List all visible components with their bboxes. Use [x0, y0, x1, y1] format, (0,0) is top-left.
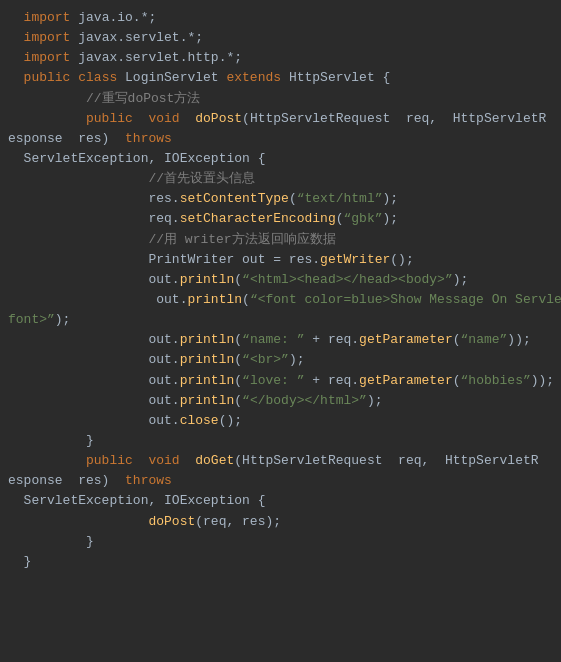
- code-line-28: }: [0, 552, 561, 572]
- code-line-27: }: [0, 532, 561, 552]
- code-line-15: out.println(“<font color=blue>Show Messa…: [0, 290, 561, 310]
- code-line-16: font>”);: [0, 310, 561, 330]
- code-line-3: import javax.servlet.http.*;: [0, 48, 561, 68]
- code-line-18: out.println(“<br>”);: [0, 350, 561, 370]
- code-line-19: out.println(“love: ” + req.getParameter(…: [0, 371, 561, 391]
- code-line-2: import javax.servlet.*;: [0, 28, 561, 48]
- code-line-14: out.println(“<html><head></head><body>”)…: [0, 270, 561, 290]
- code-line-10: res.setContentType(“text/html”);: [0, 189, 561, 209]
- code-line-1: import java.io.*;: [0, 8, 561, 28]
- code-line-21: out.close();: [0, 411, 561, 431]
- code-line-4: public class LoginServlet extends HttpSe…: [0, 68, 561, 88]
- code-line-7: esponse res) throws: [0, 129, 561, 149]
- code-editor: import java.io.*; import javax.servlet.*…: [0, 0, 561, 662]
- code-line-6: public void doPost(HttpServletRequest re…: [0, 109, 561, 129]
- code-line-26: doPost(req, res);: [0, 512, 561, 532]
- code-line-5: //重写doPost方法: [0, 89, 561, 109]
- code-line-9: //首先设置头信息: [0, 169, 561, 189]
- code-line-23: public void doGet(HttpServletRequest req…: [0, 451, 561, 471]
- code-line-22: }: [0, 431, 561, 451]
- code-line-8: ServletException, IOException {: [0, 149, 561, 169]
- code-line-25: ServletException, IOException {: [0, 491, 561, 511]
- code-line-24: esponse res) throws: [0, 471, 561, 491]
- code-line-12: //用 writer方法返回响应数据: [0, 230, 561, 250]
- code-line-13: PrintWriter out = res.getWriter();: [0, 250, 561, 270]
- code-line-11: req.setCharacterEncoding(“gbk”);: [0, 209, 561, 229]
- code-line-17: out.println(“name: ” + req.getParameter(…: [0, 330, 561, 350]
- code-line-20: out.println(“</body></html>”);: [0, 391, 561, 411]
